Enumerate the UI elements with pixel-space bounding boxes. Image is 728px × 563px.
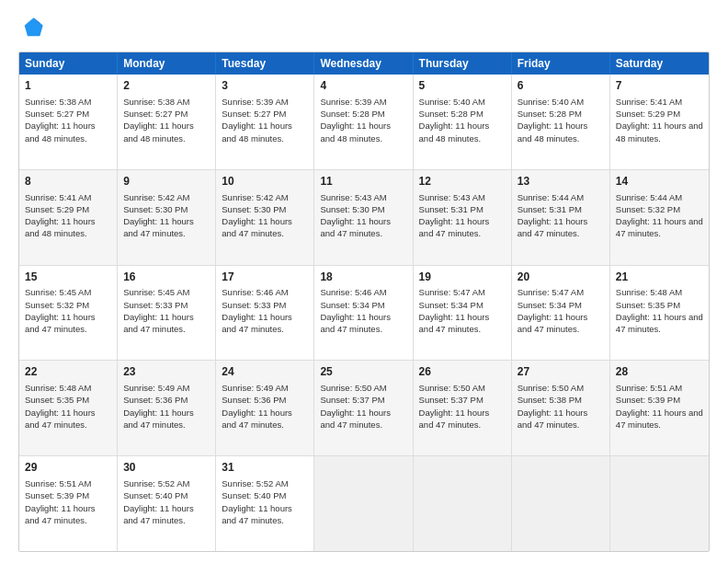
calendar-day-cell: 12Sunrise: 5:43 AMSunset: 5:31 PMDayligh…	[414, 170, 512, 265]
logo-icon	[18, 15, 46, 42]
day-number: 19	[419, 270, 506, 285]
calendar-day-cell: 8Sunrise: 5:41 AMSunset: 5:29 PMDaylight…	[19, 170, 118, 265]
sunset: Sunset: 5:33 PM	[222, 300, 286, 310]
calendar-row: 8Sunrise: 5:41 AMSunset: 5:29 PMDaylight…	[19, 170, 709, 266]
sunset: Sunset: 5:29 PM	[25, 204, 89, 214]
sunrise: Sunrise: 5:48 AM	[616, 287, 682, 297]
sunrise: Sunrise: 5:52 AM	[222, 478, 288, 488]
page: SundayMondayTuesdayWednesdayThursdayFrid…	[0, 0, 728, 563]
daylight: Daylight: 11 hours and 48 minutes.	[616, 121, 703, 143]
calendar-day-cell: 21Sunrise: 5:48 AMSunset: 5:35 PMDayligh…	[610, 266, 709, 361]
calendar-body: 1Sunrise: 5:38 AMSunset: 5:27 PMDaylight…	[19, 75, 709, 551]
day-number: 31	[222, 460, 308, 476]
empty-cell	[414, 456, 512, 551]
sunset: Sunset: 5:40 PM	[123, 490, 188, 500]
calendar-row: 29Sunrise: 5:51 AMSunset: 5:39 PMDayligh…	[19, 456, 709, 551]
sunrise: Sunrise: 5:47 AM	[419, 287, 485, 297]
calendar-day-cell: 26Sunrise: 5:50 AMSunset: 5:37 PMDayligh…	[414, 361, 512, 455]
empty-cell	[314, 456, 413, 551]
day-number: 26	[419, 364, 506, 380]
daylight: Daylight: 11 hours and 47 minutes.	[320, 216, 391, 238]
daylight: Daylight: 11 hours and 47 minutes.	[419, 312, 490, 334]
sunset: Sunset: 5:27 PM	[222, 109, 286, 119]
day-number: 12	[419, 174, 506, 190]
daylight: Daylight: 11 hours and 48 minutes.	[419, 121, 490, 143]
day-number: 6	[518, 78, 604, 94]
daylight: Daylight: 11 hours and 47 minutes.	[616, 216, 703, 238]
day-number: 29	[25, 460, 111, 476]
sunrise: Sunrise: 5:51 AM	[616, 383, 682, 393]
calendar-day-cell: 2Sunrise: 5:38 AMSunset: 5:27 PMDaylight…	[118, 75, 216, 169]
day-number: 13	[518, 174, 604, 190]
sunrise: Sunrise: 5:45 AM	[25, 287, 91, 297]
calendar-day-cell: 25Sunrise: 5:50 AMSunset: 5:37 PMDayligh…	[314, 361, 413, 455]
sunrise: Sunrise: 5:42 AM	[222, 192, 288, 202]
day-number: 21	[616, 270, 703, 285]
sunrise: Sunrise: 5:44 AM	[616, 192, 682, 202]
sunrise: Sunrise: 5:40 AM	[518, 97, 584, 107]
weekday-header: Friday	[512, 52, 610, 75]
calendar-day-cell: 27Sunrise: 5:50 AMSunset: 5:38 PMDayligh…	[512, 361, 610, 455]
sunset: Sunset: 5:37 PM	[320, 395, 384, 405]
day-number: 14	[616, 174, 703, 190]
day-number: 20	[518, 270, 604, 285]
weekday-header: Sunday	[19, 52, 118, 75]
daylight: Daylight: 11 hours and 47 minutes.	[419, 408, 490, 430]
sunrise: Sunrise: 5:39 AM	[222, 97, 288, 107]
sunset: Sunset: 5:31 PM	[419, 204, 483, 214]
day-number: 24	[222, 364, 308, 380]
calendar-day-cell: 30Sunrise: 5:52 AMSunset: 5:40 PMDayligh…	[118, 456, 216, 551]
sunset: Sunset: 5:30 PM	[222, 204, 286, 214]
calendar-day-cell: 18Sunrise: 5:46 AMSunset: 5:34 PMDayligh…	[314, 266, 413, 361]
logo	[18, 15, 50, 42]
calendar-day-cell: 16Sunrise: 5:45 AMSunset: 5:33 PMDayligh…	[118, 266, 216, 361]
sunrise: Sunrise: 5:38 AM	[25, 97, 91, 107]
sunrise: Sunrise: 5:44 AM	[518, 192, 584, 202]
calendar-day-cell: 19Sunrise: 5:47 AMSunset: 5:34 PMDayligh…	[414, 266, 512, 361]
day-number: 25	[320, 364, 406, 380]
sunset: Sunset: 5:34 PM	[419, 300, 483, 310]
sunset: Sunset: 5:34 PM	[518, 300, 582, 310]
sunset: Sunset: 5:39 PM	[25, 490, 89, 500]
day-number: 16	[123, 270, 210, 285]
sunrise: Sunrise: 5:50 AM	[518, 383, 584, 393]
sunrise: Sunrise: 5:52 AM	[123, 478, 189, 488]
sunrise: Sunrise: 5:40 AM	[419, 97, 485, 107]
sunrise: Sunrise: 5:41 AM	[25, 192, 91, 202]
header	[18, 15, 710, 42]
day-number: 1	[25, 78, 111, 94]
calendar-day-cell: 15Sunrise: 5:45 AMSunset: 5:32 PMDayligh…	[19, 266, 118, 361]
calendar-row: 1Sunrise: 5:38 AMSunset: 5:27 PMDaylight…	[19, 75, 709, 170]
daylight: Daylight: 11 hours and 47 minutes.	[222, 312, 292, 334]
calendar-day-cell: 24Sunrise: 5:49 AMSunset: 5:36 PMDayligh…	[216, 361, 314, 455]
daylight: Daylight: 11 hours and 47 minutes.	[518, 216, 588, 238]
sunset: Sunset: 5:36 PM	[123, 395, 188, 405]
daylight: Daylight: 11 hours and 48 minutes.	[222, 121, 292, 143]
sunrise: Sunrise: 5:50 AM	[320, 383, 386, 393]
daylight: Daylight: 11 hours and 47 minutes.	[616, 408, 703, 430]
day-number: 28	[616, 364, 703, 380]
daylight: Daylight: 11 hours and 47 minutes.	[123, 503, 194, 525]
weekday-header: Tuesday	[216, 52, 314, 75]
daylight: Daylight: 11 hours and 48 minutes.	[320, 121, 391, 143]
daylight: Daylight: 11 hours and 47 minutes.	[320, 312, 391, 334]
sunset: Sunset: 5:37 PM	[419, 395, 483, 405]
daylight: Daylight: 11 hours and 47 minutes.	[518, 408, 588, 430]
sunset: Sunset: 5:29 PM	[616, 109, 680, 119]
calendar-day-cell: 13Sunrise: 5:44 AMSunset: 5:31 PMDayligh…	[512, 170, 610, 265]
daylight: Daylight: 11 hours and 47 minutes.	[222, 408, 292, 430]
sunset: Sunset: 5:40 PM	[222, 490, 286, 500]
sunrise: Sunrise: 5:45 AM	[123, 287, 189, 297]
day-number: 27	[518, 364, 604, 380]
daylight: Daylight: 11 hours and 47 minutes.	[518, 312, 588, 334]
daylight: Daylight: 11 hours and 47 minutes.	[25, 503, 96, 525]
sunset: Sunset: 5:28 PM	[419, 109, 483, 119]
sunrise: Sunrise: 5:48 AM	[25, 383, 91, 393]
weekday-header: Wednesday	[314, 52, 413, 75]
empty-cell	[512, 456, 610, 551]
daylight: Daylight: 11 hours and 47 minutes.	[320, 408, 391, 430]
day-number: 7	[616, 78, 703, 94]
calendar-day-cell: 3Sunrise: 5:39 AMSunset: 5:27 PMDaylight…	[216, 75, 314, 169]
day-number: 15	[25, 270, 111, 285]
day-number: 5	[419, 78, 506, 94]
